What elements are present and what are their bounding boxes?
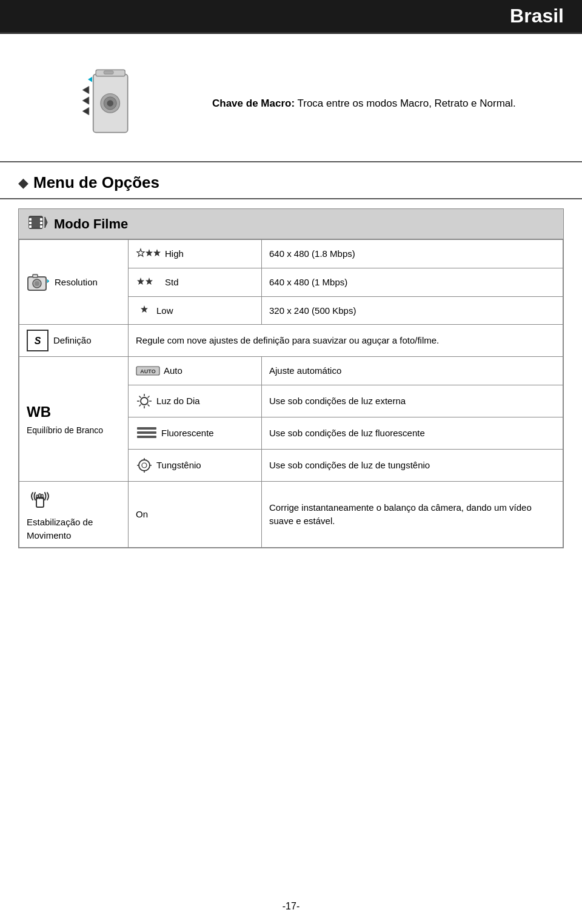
- svg-rect-21: [33, 274, 38, 278]
- svg-rect-15: [40, 222, 42, 224]
- resolution-std-label: Std: [165, 276, 179, 289]
- resolution-low-option: Low: [129, 296, 262, 325]
- motion-on-label: On: [136, 509, 148, 519]
- modo-filme-header: Modo Filme: [19, 209, 563, 239]
- macro-title-rest: Troca entre os modos Macro, Retrato e No…: [295, 98, 516, 109]
- wb-fluor-row: Fluorescente: [136, 422, 254, 444]
- camera-image-box: [24, 52, 194, 149]
- wb-fluor-desc: Use sob condições de luz fluorescente: [262, 417, 563, 450]
- macro-text: Chave de Macro: Troca entre os modos Mac…: [212, 96, 558, 111]
- svg-marker-17: [45, 217, 47, 228]
- page-header: Brasil: [0, 0, 582, 34]
- svg-rect-42: [137, 436, 156, 438]
- page-title: Brasil: [510, 5, 564, 27]
- definition-row: S Definição Regule com nove ajustes de d…: [19, 325, 563, 357]
- wb-luzdia-option: Luz do Dia: [129, 385, 262, 417]
- definition-label-cell: S Definição: [19, 325, 129, 357]
- wb-auto-desc: Ajuste automático: [262, 357, 563, 385]
- menu-opcoes-title: Menu de Opções: [33, 173, 159, 192]
- menu-opcoes-section: ◆ Menu de Opções: [0, 162, 582, 199]
- svg-line-39: [139, 405, 141, 407]
- wb-luzdia-row: Luz do Dia: [136, 390, 254, 412]
- wb-label-content: WB Equilíbrio de Branco: [27, 402, 121, 436]
- wb-auto-label: Auto: [164, 364, 182, 377]
- definition-icon: S: [27, 330, 48, 351]
- svg-marker-22: [47, 279, 49, 283]
- svg-marker-25: [153, 249, 161, 256]
- wb-tungsten-option: Tungstênio: [129, 450, 262, 482]
- definition-text-label: Definição: [53, 334, 92, 347]
- svg-rect-16: [40, 225, 42, 228]
- tungsten-icon: [136, 457, 153, 474]
- svg-line-36: [139, 396, 141, 398]
- wb-tungsten-desc: Use sob condições de luz de tungstênio: [262, 450, 563, 482]
- svg-rect-14: [40, 218, 42, 221]
- svg-marker-5: [82, 86, 89, 93]
- top-section: Chave de Macro: Troca entre os modos Mac…: [0, 34, 582, 162]
- svg-marker-8: [88, 77, 92, 82]
- resolution-low-label: Low: [156, 304, 173, 317]
- svg-rect-11: [29, 218, 32, 221]
- resolution-row-high: Resolution High 640 x 480: [19, 240, 563, 268]
- resolution-text-label: Resolution: [55, 276, 98, 289]
- svg-point-43: [139, 460, 150, 471]
- wb-auto-row: AUTO Auto: [136, 362, 254, 380]
- low-star-icon: [136, 304, 153, 316]
- motion-option-cell: On: [129, 482, 262, 548]
- resolution-low-desc: 320 x 240 (500 Kbps): [262, 296, 563, 325]
- svg-rect-9: [104, 71, 113, 74]
- wb-auto-option: AUTO Auto: [129, 357, 262, 385]
- wb-icon: WB: [27, 402, 51, 423]
- svg-marker-7: [82, 107, 89, 115]
- motion-text-label: Estabilização de Movimento: [27, 516, 121, 542]
- fluorescent-icon: [136, 425, 158, 442]
- options-table: Resolution High 640 x 480: [19, 239, 563, 548]
- modo-filme-title: Modo Filme: [54, 216, 128, 232]
- resolution-std-option: Std: [129, 268, 262, 296]
- wb-fluor-option: Fluorescente: [129, 417, 262, 450]
- std-stars-icon: [136, 276, 161, 288]
- svg-rect-40: [137, 427, 156, 430]
- page-footer: -17-: [0, 901, 582, 912]
- svg-point-4: [107, 100, 114, 107]
- definition-desc: Regule com nove ajustes de definição par…: [129, 325, 563, 357]
- motion-desc: Corrige instantaneamente o balanço da câ…: [262, 482, 563, 548]
- macro-description: Chave de Macro: Troca entre os modos Mac…: [212, 52, 558, 149]
- camera-side-image: [67, 58, 152, 143]
- auto-icon: AUTO: [136, 365, 160, 377]
- svg-point-20: [35, 281, 39, 286]
- motion-row: Estabilização de Movimento On Corrige in…: [19, 482, 563, 548]
- svg-marker-28: [141, 305, 148, 313]
- wb-row-auto: WB Equilíbrio de Branco AUTO Auto Ajuste…: [19, 357, 563, 385]
- resolution-low-row: Low: [136, 302, 254, 320]
- wb-luzdia-label: Luz do Dia: [156, 394, 200, 408]
- svg-marker-26: [137, 278, 144, 285]
- resolution-icon: [27, 272, 50, 293]
- svg-line-37: [148, 405, 150, 407]
- definition-label-content: S Definição: [27, 330, 121, 351]
- motion-label-content: Estabilização de Movimento: [27, 487, 121, 542]
- diamond-icon: ◆: [18, 175, 28, 191]
- resolution-high-label: High: [165, 247, 184, 261]
- sun-icon: [136, 393, 153, 410]
- svg-marker-6: [82, 97, 89, 104]
- wb-text-label: Equilíbrio de Branco: [27, 424, 103, 436]
- svg-rect-41: [137, 431, 156, 434]
- wb-fluor-label: Fluorescente: [161, 427, 214, 440]
- film-mode-icon: [28, 214, 48, 234]
- svg-marker-24: [146, 249, 153, 256]
- svg-text:AUTO: AUTO: [140, 368, 155, 374]
- resolution-high-desc: 640 x 480 (1.8 Mbps): [262, 240, 563, 268]
- macro-title-bold: Chave de Macro:: [212, 98, 295, 109]
- motion-stabilization-icon: [27, 487, 53, 513]
- resolution-high-option: High: [129, 240, 262, 268]
- wb-luzdia-desc: Use sob condições de luz externa: [262, 385, 563, 417]
- svg-rect-50: [36, 495, 38, 499]
- svg-line-38: [148, 396, 150, 398]
- page-number: -17-: [283, 901, 299, 911]
- svg-point-44: [142, 463, 147, 468]
- motion-label-cell: Estabilização de Movimento: [19, 482, 129, 548]
- wb-tungsten-row: Tungstênio: [136, 454, 254, 476]
- svg-marker-27: [146, 278, 153, 285]
- svg-point-31: [141, 397, 148, 405]
